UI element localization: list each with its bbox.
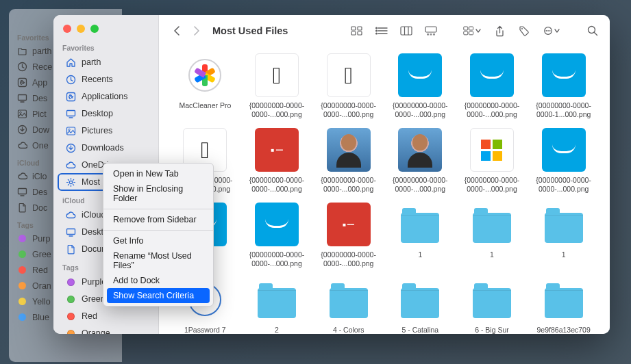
svg-point-36	[376, 27, 378, 29]
window-title: Most Used Files	[212, 25, 288, 36]
menu-item-add-to-dock[interactable]: Add to Dock	[103, 273, 213, 288]
svg-point-38	[376, 33, 378, 34]
sidebar-item-desktop[interactable]: Desktop	[58, 105, 153, 122]
file-item[interactable]: 1	[386, 203, 454, 268]
svg-rect-27	[66, 229, 75, 234]
sidebar-item-pictures[interactable]: Pictures	[58, 122, 153, 139]
file-item[interactable]: ■ ━━{00000000-0000-0000-...000.png	[314, 203, 382, 268]
file-thumbnail	[183, 53, 227, 97]
file-name: 9e9f86a13ec709	[537, 326, 591, 334]
file-name: {00000000-0000-0000-...000.png	[386, 101, 454, 118]
action-button[interactable]	[540, 23, 563, 39]
menu-item-show-search-criteria[interactable]: Show Search Criteria	[107, 288, 210, 303]
file-item[interactable]: 2	[243, 278, 311, 334]
menu-item-get-info[interactable]: Get Info	[103, 233, 213, 248]
clock-icon	[65, 74, 76, 85]
file-item[interactable]: {00000000-0000-0000-...000.png	[458, 53, 526, 118]
menu-item-remove-from-sidebar[interactable]: Remove from Sidebar	[103, 212, 213, 227]
file-thumbnail	[398, 53, 442, 97]
sidebar-item-parth[interactable]: parth	[58, 54, 153, 70]
sidebar-item-label: Desktop	[82, 109, 113, 118]
sidebar-item-label: Recents	[82, 75, 113, 84]
forward-button[interactable]	[188, 23, 206, 39]
close-window-button[interactable]	[63, 25, 71, 33]
file-thumbnail	[542, 53, 586, 97]
file-item[interactable]: {00000000-0000-0000-1...000.png	[530, 53, 597, 118]
file-item[interactable]: 9e9f86a13ec709	[530, 278, 597, 334]
doc-icon	[65, 244, 76, 255]
file-thumbnail	[470, 53, 514, 97]
desktop-icon	[65, 108, 76, 119]
sidebar-item-label: Red	[82, 311, 97, 321]
file-item[interactable]: {00000000-0000-0000-...000.png	[386, 128, 454, 193]
file-item[interactable]: {00000000-0000-0000-...000.png	[314, 128, 382, 193]
file-item[interactable]: 4 - Colors	[314, 278, 382, 334]
view-list-button[interactable]	[373, 23, 391, 39]
file-item[interactable]: {00000000-0000-0000-...000.png	[530, 128, 597, 193]
file-name: {00000000-0000-0000-...000.png	[314, 176, 382, 193]
view-column-button[interactable]	[397, 23, 415, 39]
sidebar-item-recents[interactable]: Recents	[58, 71, 153, 88]
group-by-button[interactable]	[460, 23, 484, 39]
svg-text:A: A	[69, 93, 73, 100]
file-item[interactable]: MacCleaner Pro	[171, 53, 239, 118]
minimize-window-button[interactable]	[77, 25, 85, 33]
tag-icon	[65, 294, 76, 304]
svg-rect-8	[18, 189, 27, 194]
svg-text:A: A	[20, 79, 24, 86]
file-thumbnail	[398, 203, 442, 246]
zoom-window-button[interactable]	[90, 25, 99, 33]
menu-item-open-in-new-tab[interactable]: Open in New Tab	[103, 166, 213, 181]
download-icon	[65, 142, 76, 153]
view-icon-button[interactable]	[348, 23, 366, 39]
file-name: 6 - Big Sur	[475, 326, 509, 334]
back-button[interactable]	[167, 23, 185, 39]
cloud-icon	[65, 159, 76, 170]
svg-rect-48	[464, 31, 468, 35]
svg-rect-39	[401, 27, 412, 35]
file-item[interactable]: 1	[458, 203, 526, 268]
search-button[interactable]	[584, 23, 602, 39]
file-thumbnail	[255, 203, 299, 246]
file-name: {00000000-0000-0000-...000.png	[458, 176, 526, 193]
tag-icon	[65, 276, 76, 287]
file-item[interactable]: {00000000-0000-0000-...000.png	[314, 53, 382, 118]
tag-icon	[65, 311, 76, 322]
tag-button[interactable]	[515, 23, 533, 39]
file-name: 4 - Colors	[333, 326, 364, 334]
file-thumbnail	[542, 278, 586, 322]
svg-point-16	[68, 129, 69, 130]
svg-point-50	[521, 28, 523, 29]
file-name: {00000000-0000-0000-...000.png	[243, 101, 311, 118]
file-item[interactable]: 1	[530, 203, 597, 268]
svg-rect-47	[469, 27, 473, 30]
file-name: {00000000-0000-0000-...000.png	[314, 250, 382, 268]
sidebar-item-red[interactable]: Red	[58, 308, 153, 324]
file-item[interactable]: 5 - Catalina	[386, 278, 454, 334]
menu-item-show-in-enclosing-folder[interactable]: Show in Enclosing Folder	[103, 181, 213, 206]
file-item[interactable]: ■ ━━{00000000-0000-0000-...000.png	[243, 128, 311, 193]
sidebar-item-label: parth	[82, 57, 101, 67]
sidebar-item-applications[interactable]: AApplications	[58, 88, 153, 105]
desktop-icon	[65, 226, 76, 237]
view-gallery-button[interactable]	[422, 23, 440, 39]
sidebar-item-label: Applications	[82, 92, 127, 101]
file-grid-scroll[interactable]: MacCleaner Pro{00000000-0000-0000-...00…	[159, 47, 610, 334]
file-name: 1	[562, 250, 566, 259]
file-thumbnail	[542, 128, 586, 172]
file-thumbnail	[470, 278, 514, 322]
menu-item-rename-most-used-files[interactable]: Rename “Most Used Files”	[103, 248, 213, 273]
finder-main: Most Used Files	[159, 15, 610, 334]
file-item[interactable]: {00000000-0000-0000-...000.png	[386, 53, 454, 118]
file-item[interactable]: {00000000-0000-0000-...000.png	[243, 203, 311, 268]
share-button[interactable]	[491, 23, 508, 39]
file-item[interactable]: 6 - Big Sur	[458, 278, 526, 334]
sidebar-item-label: Pictures	[82, 126, 112, 135]
sidebar-item-downloads[interactable]: Downloads	[58, 140, 153, 156]
file-name: {00000000-0000-0000-...000.png	[530, 176, 597, 193]
file-name: 1	[490, 250, 494, 259]
file-item[interactable]: {00000000-0000-0000-...000.png	[243, 53, 311, 118]
file-item[interactable]: {00000000-0000-0000-...000.png	[458, 128, 526, 193]
sidebar-item-orange[interactable]: Orange	[58, 325, 153, 334]
file-grid: MacCleaner Pro{00000000-0000-0000-...00…	[171, 53, 597, 334]
